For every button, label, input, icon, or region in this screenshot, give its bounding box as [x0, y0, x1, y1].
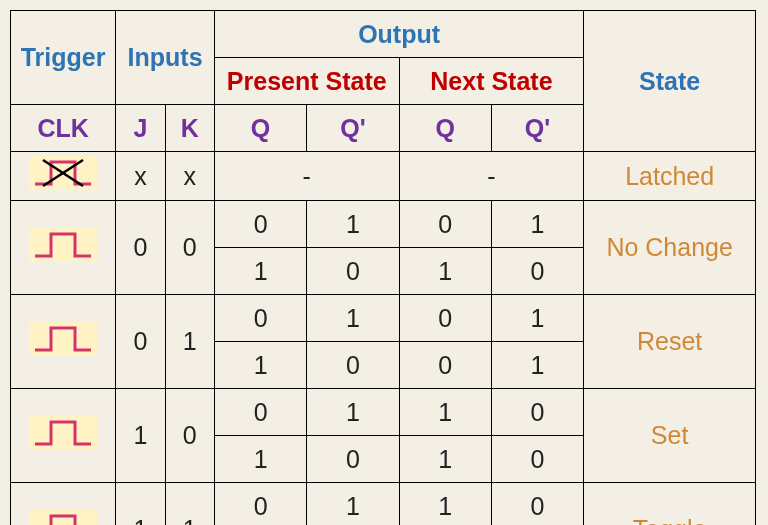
- cell-ps-qb: 1: [307, 295, 399, 342]
- cell-ns-qb: 1: [491, 295, 583, 342]
- hdr-inputs: Inputs: [116, 11, 215, 105]
- cell-j: x: [116, 152, 165, 201]
- cell-ns-qb: 0: [491, 389, 583, 436]
- cell-ps-q: 0: [214, 389, 306, 436]
- cell-ps-qb: 0: [307, 248, 399, 295]
- hdr-ps-q: Q: [214, 105, 306, 152]
- cell-ps-q: 0: [214, 483, 306, 526]
- cell-ns-qb: 0: [491, 483, 583, 526]
- cell-state: Latched: [584, 152, 756, 201]
- cell-j: 1: [116, 389, 165, 483]
- cell-ns-q: 0: [399, 295, 491, 342]
- cell-state: Toggle: [584, 483, 756, 526]
- hdr-clk: CLK: [11, 105, 116, 152]
- hdr-trigger: Trigger: [11, 11, 116, 105]
- cell-k: 1: [165, 295, 214, 389]
- hdr-output: Output: [214, 11, 583, 58]
- cell-ns-q: 0: [399, 201, 491, 248]
- cell-j: 0: [116, 201, 165, 295]
- cell-ps-q: 1: [214, 436, 306, 483]
- cell-state: No Change: [584, 201, 756, 295]
- cell-ns-qb: 1: [491, 201, 583, 248]
- hdr-present: Present State: [214, 58, 399, 105]
- hdr-j: J: [116, 105, 165, 152]
- clk-no-trigger-icon: [11, 152, 116, 201]
- hdr-k: K: [165, 105, 214, 152]
- cell-state: Set: [584, 389, 756, 483]
- table-row: x x - - Latched: [11, 152, 756, 201]
- jk-flipflop-truth-table: Trigger Inputs Output State Present Stat…: [10, 10, 756, 525]
- clk-pulse-icon: [11, 295, 116, 389]
- cell-ps-qb: 1: [307, 389, 399, 436]
- clk-pulse-icon: [11, 483, 116, 526]
- hdr-ps-qb: Q': [307, 105, 399, 152]
- cell-k: 0: [165, 201, 214, 295]
- cell-ps-q: 1: [214, 248, 306, 295]
- cell-ns-q: 1: [399, 483, 491, 526]
- table-row: 0 0 0 1 0 1 No Change: [11, 201, 756, 248]
- clk-pulse-icon: [11, 201, 116, 295]
- hdr-next: Next State: [399, 58, 584, 105]
- table-row: 0 1 0 1 0 1 Reset: [11, 295, 756, 342]
- cell-ps-q: 0: [214, 295, 306, 342]
- cell-ps-qb: 0: [307, 342, 399, 389]
- cell-ns-q: 1: [399, 436, 491, 483]
- cell-ns-qb: 0: [491, 436, 583, 483]
- cell-ns-qb: 1: [491, 342, 583, 389]
- cell-ps-q: 0: [214, 201, 306, 248]
- cell-ns-q: 1: [399, 248, 491, 295]
- hdr-state: State: [584, 11, 756, 152]
- cell-ps-qb: 0: [307, 436, 399, 483]
- table-row: 1 1 0 1 1 0 Toggle: [11, 483, 756, 526]
- cell-ps-qb: 1: [307, 201, 399, 248]
- cell-ns: -: [399, 152, 584, 201]
- cell-ps: -: [214, 152, 399, 201]
- cell-k: 0: [165, 389, 214, 483]
- table-row: 1 0 0 1 1 0 Set: [11, 389, 756, 436]
- hdr-ns-q: Q: [399, 105, 491, 152]
- cell-j: 1: [116, 483, 165, 526]
- cell-ps-qb: 1: [307, 483, 399, 526]
- cell-ns-q: 0: [399, 342, 491, 389]
- cell-k: 1: [165, 483, 214, 526]
- hdr-ns-qb: Q': [491, 105, 583, 152]
- cell-ps-q: 1: [214, 342, 306, 389]
- cell-ns-q: 1: [399, 389, 491, 436]
- clk-pulse-icon: [11, 389, 116, 483]
- cell-state: Reset: [584, 295, 756, 389]
- cell-k: x: [165, 152, 214, 201]
- cell-j: 0: [116, 295, 165, 389]
- cell-ns-qb: 0: [491, 248, 583, 295]
